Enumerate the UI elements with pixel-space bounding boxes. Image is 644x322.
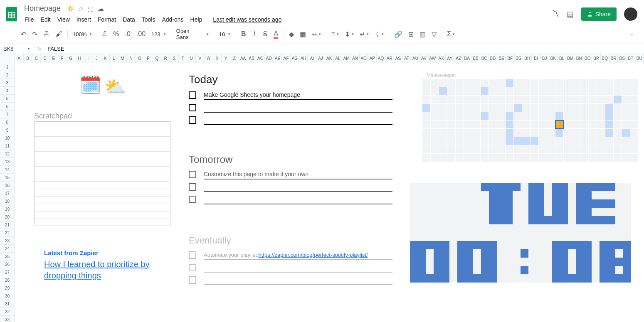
column-header[interactable]: K xyxy=(101,54,110,63)
eventually-link[interactable]: https://zapier.com/blog/perfect-spotify-… xyxy=(259,252,368,258)
column-header[interactable]: BD xyxy=(489,54,498,63)
text-color-button[interactable]: A xyxy=(271,27,281,41)
row-header[interactable]: 15 xyxy=(0,174,15,182)
column-header[interactable]: AD xyxy=(265,54,274,63)
column-header[interactable]: AA xyxy=(239,54,248,63)
sheets-logo-icon[interactable] xyxy=(3,6,20,22)
column-header[interactable]: AQ xyxy=(377,54,385,63)
cloud-icon[interactable]: ☁ xyxy=(98,5,104,12)
menu-tools[interactable]: Tools xyxy=(139,15,158,25)
column-header[interactable]: AB xyxy=(247,54,256,63)
column-header[interactable]: BK xyxy=(549,54,558,63)
todo-text[interactable] xyxy=(204,263,392,273)
column-header[interactable]: BE xyxy=(497,54,506,63)
row-header[interactable]: 12 xyxy=(0,150,15,158)
column-header[interactable]: AM xyxy=(342,54,351,63)
todo-checkbox[interactable] xyxy=(189,91,196,99)
column-header[interactable]: BO xyxy=(583,54,592,63)
row-header[interactable]: 5 xyxy=(0,95,15,103)
todo-checkbox[interactable] xyxy=(189,251,196,259)
column-header[interactable]: E xyxy=(49,54,58,63)
functions-button[interactable]: Σ xyxy=(444,28,457,40)
column-header[interactable]: AC xyxy=(256,54,265,63)
row-header[interactable]: 31 xyxy=(0,300,15,308)
decrease-decimal-button[interactable]: .0 xyxy=(122,28,133,40)
column-header[interactable]: AN xyxy=(351,54,360,63)
collapse-toolbar-icon[interactable]: ︿ xyxy=(627,28,637,40)
row-header[interactable]: 22 xyxy=(0,229,15,237)
todo-text[interactable] xyxy=(204,182,392,192)
column-header[interactable]: BT xyxy=(627,54,635,63)
comments-icon[interactable]: ▤ xyxy=(567,10,574,19)
column-header[interactable]: R xyxy=(161,54,170,63)
column-header[interactable]: BP xyxy=(592,54,601,63)
column-header[interactable]: BH xyxy=(523,54,532,63)
column-header[interactable]: H xyxy=(75,54,84,63)
redo-button[interactable]: ↷ xyxy=(30,28,40,41)
column-header[interactable]: AK xyxy=(325,54,334,63)
formula-input[interactable] xyxy=(46,46,644,52)
print-button[interactable]: 🖶 xyxy=(41,28,52,40)
fill-color-button[interactable]: ◆ xyxy=(286,28,296,41)
column-header[interactable]: BC xyxy=(480,54,489,63)
column-header[interactable]: D xyxy=(41,54,49,63)
column-header[interactable]: BM xyxy=(566,54,575,63)
todo-text[interactable] xyxy=(204,103,392,113)
column-header[interactable]: L xyxy=(110,54,118,63)
todo-text[interactable] xyxy=(204,115,392,125)
select-all-corner[interactable] xyxy=(0,54,15,63)
comment-button[interactable]: ⊞ xyxy=(406,28,416,41)
column-header[interactable]: M xyxy=(118,54,127,63)
menu-insert[interactable]: Insert xyxy=(74,15,94,25)
row-header[interactable]: 27 xyxy=(0,268,15,276)
avatar[interactable] xyxy=(624,7,637,21)
document-title[interactable]: Homepage xyxy=(22,3,63,14)
spreadsheet-canvas[interactable]: 🗓️ ⛅ Scratchpad Today Make Google Sheets… xyxy=(15,63,644,322)
todo-checkbox[interactable] xyxy=(189,116,196,124)
column-header[interactable]: AJ xyxy=(316,54,325,63)
row-header[interactable]: 19 xyxy=(0,205,15,213)
todo-text[interactable]: Customize this page to make it your own xyxy=(204,170,392,179)
row-header[interactable]: 13 xyxy=(0,158,15,166)
todo-checkbox[interactable] xyxy=(189,276,196,284)
column-header[interactable]: A xyxy=(15,54,24,63)
chart-button[interactable]: ▥ xyxy=(417,28,428,41)
row-header[interactable]: 25 xyxy=(0,253,15,261)
column-header[interactable]: B xyxy=(24,54,32,63)
column-header[interactable]: Z xyxy=(230,54,239,63)
minesweeper-grid[interactable] xyxy=(422,79,638,162)
column-header[interactable]: P xyxy=(144,54,153,63)
column-header[interactable]: I xyxy=(84,54,93,63)
row-header[interactable]: 6 xyxy=(0,103,15,111)
column-header[interactable]: V xyxy=(196,54,205,63)
column-header[interactable]: Q xyxy=(153,54,162,63)
column-header[interactable]: AS xyxy=(394,54,403,63)
row-header[interactable]: 11 xyxy=(0,142,15,150)
bold-button[interactable]: B xyxy=(239,28,249,40)
column-header[interactable]: AP xyxy=(368,54,377,63)
column-header[interactable]: AG xyxy=(291,54,299,63)
column-header[interactable]: AY xyxy=(446,54,454,63)
percent-button[interactable]: % xyxy=(111,28,121,40)
link-button[interactable]: 🔗 xyxy=(392,28,405,41)
row-header[interactable]: 33 xyxy=(0,316,15,322)
wrap-button[interactable]: ↵ xyxy=(357,28,371,41)
column-header[interactable]: AH xyxy=(299,54,308,63)
menu-help[interactable]: Help xyxy=(188,15,205,25)
valign-button[interactable]: ⬍ xyxy=(342,28,356,41)
column-header[interactable]: W xyxy=(205,54,213,63)
column-header[interactable]: O xyxy=(136,54,144,63)
row-header[interactable]: 3 xyxy=(0,79,15,87)
row-header[interactable]: 20 xyxy=(0,213,15,221)
column-header[interactable]: F xyxy=(58,54,67,63)
row-header[interactable]: 1 xyxy=(0,63,15,71)
row-header[interactable]: 7 xyxy=(0,111,15,118)
column-header[interactable]: Y xyxy=(222,54,230,63)
column-header[interactable]: BN xyxy=(575,54,584,63)
row-header[interactable]: 16 xyxy=(0,182,15,189)
column-header[interactable]: BF xyxy=(506,54,515,63)
row-header[interactable]: 29 xyxy=(0,284,15,292)
column-header[interactable]: AV xyxy=(420,54,429,63)
menu-edit[interactable]: Edit xyxy=(38,15,54,25)
todo-text[interactable] xyxy=(204,194,392,204)
